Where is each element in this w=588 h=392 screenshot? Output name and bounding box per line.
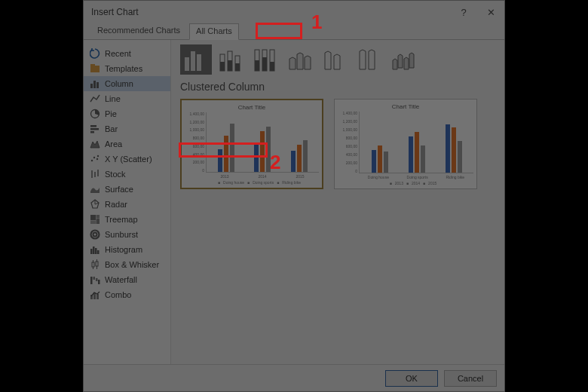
- cancel-button[interactable]: Cancel: [444, 370, 497, 387]
- tab-recommended-charts[interactable]: Recommended Charts: [91, 23, 186, 39]
- side-recent[interactable]: Recent: [84, 46, 170, 61]
- close-button[interactable]: ✕: [477, 1, 504, 23]
- side-label: Treemap: [105, 215, 138, 224]
- svg-rect-0: [90, 66, 100, 72]
- recent-icon: [90, 48, 100, 59]
- preview-2-yaxis: 1,400,001,200,001,000,00800,00600,00400,…: [338, 112, 359, 173]
- svg-rect-27: [93, 247, 95, 254]
- side-pie[interactable]: Pie: [84, 106, 170, 121]
- svg-rect-8: [90, 131, 94, 133]
- tab-strip: Recommended Charts All Charts: [84, 23, 504, 40]
- svg-marker-9: [90, 141, 100, 148]
- svg-point-11: [93, 157, 95, 158]
- preview-1-xaxis: 201320142015: [185, 174, 319, 179]
- tab-all-charts[interactable]: All Charts: [189, 23, 239, 40]
- preview-2-legend: ■ 2013■ 2014■ 2015: [338, 181, 473, 185]
- svg-marker-61: [325, 51, 331, 69]
- titlebar: Insert Chart ? ✕: [84, 1, 504, 23]
- side-combo[interactable]: Combo: [84, 287, 170, 302]
- dialog-footer: OK Cancel: [84, 364, 504, 391]
- svg-rect-20: [90, 215, 96, 220]
- side-label: Recent: [105, 49, 131, 58]
- combo-icon: [90, 289, 100, 300]
- bar-icon: [90, 124, 100, 134]
- side-label: Histogram: [105, 245, 142, 254]
- side-templates[interactable]: Templates: [84, 61, 170, 76]
- svg-rect-2: [90, 84, 93, 88]
- side-label: Sunburst: [105, 230, 138, 239]
- subtype-3d-column[interactable]: [388, 44, 420, 75]
- pie-icon: [90, 109, 100, 119]
- side-sunburst[interactable]: Sunburst: [84, 227, 170, 242]
- side-scatter[interactable]: X Y (Scatter): [84, 152, 170, 167]
- svg-marker-64: [369, 50, 375, 69]
- subtype-100-stacked-column[interactable]: [250, 44, 281, 75]
- side-line[interactable]: Line: [84, 91, 170, 106]
- dialog-title: Insert Chart: [91, 7, 139, 17]
- svg-rect-39: [98, 280, 100, 284]
- box-whisker-icon: [90, 259, 100, 270]
- side-label: Column: [105, 79, 133, 88]
- svg-rect-43: [185, 57, 189, 71]
- side-label: Combo: [105, 290, 131, 299]
- svg-marker-67: [404, 57, 409, 69]
- side-label: Radar: [105, 200, 127, 209]
- svg-marker-59: [297, 53, 303, 69]
- column-subtype-row: [180, 44, 495, 75]
- svg-rect-44: [191, 51, 195, 71]
- area-icon: [90, 139, 100, 149]
- side-label: Surface: [105, 185, 133, 194]
- side-bar[interactable]: Bar: [84, 121, 170, 136]
- preview-2[interactable]: Chart Title 1,400,001,200,001,000,00800,…: [334, 99, 477, 189]
- svg-rect-1: [90, 64, 95, 66]
- subtype-stacked-column[interactable]: [215, 44, 247, 75]
- svg-rect-3: [93, 81, 96, 88]
- preview-2-xaxis: Doing houseDoing sportsRiding bike: [338, 175, 473, 179]
- preview-1[interactable]: Chart Title 1,400,001,200,001,000,00800,…: [180, 99, 323, 189]
- sunburst-icon: [90, 229, 100, 240]
- svg-rect-53: [255, 60, 259, 71]
- section-title: Clustered Column: [180, 81, 495, 93]
- svg-rect-37: [93, 277, 96, 280]
- svg-point-25: [93, 233, 97, 237]
- side-histogram[interactable]: Histogram: [84, 242, 170, 257]
- side-treemap[interactable]: Treemap: [84, 212, 170, 227]
- svg-rect-42: [96, 294, 99, 299]
- templates-icon: [90, 63, 100, 74]
- side-area[interactable]: Area: [84, 136, 170, 152]
- side-waterfall[interactable]: Waterfall: [84, 272, 170, 287]
- radar-icon: [90, 199, 100, 210]
- treemap-icon: [90, 214, 100, 225]
- svg-rect-23: [90, 221, 96, 225]
- side-label: Pie: [105, 109, 117, 118]
- svg-rect-45: [197, 54, 201, 71]
- svg-rect-29: [97, 250, 100, 254]
- subtype-clustered-column[interactable]: [180, 44, 212, 75]
- svg-rect-51: [235, 63, 240, 71]
- svg-marker-63: [360, 50, 366, 69]
- ok-button[interactable]: OK: [385, 370, 438, 387]
- svg-marker-68: [409, 53, 414, 68]
- side-surface[interactable]: Surface: [84, 182, 170, 197]
- svg-rect-6: [90, 125, 96, 127]
- line-icon: [90, 93, 100, 104]
- side-radar[interactable]: Radar: [84, 197, 170, 212]
- subtype-3d-clustered-column[interactable]: [284, 44, 316, 75]
- chart-previews: Chart Title 1,400,001,200,001,000,00800,…: [180, 99, 495, 189]
- side-box-whisker[interactable]: Box & Whisker: [84, 257, 170, 272]
- column-icon: [90, 78, 100, 89]
- side-label: Stock: [105, 170, 126, 179]
- svg-marker-62: [334, 54, 340, 69]
- subtype-3d-100-stacked-column[interactable]: [354, 44, 385, 75]
- svg-point-13: [97, 155, 99, 157]
- svg-marker-58: [289, 57, 296, 69]
- help-button[interactable]: ?: [450, 1, 477, 23]
- svg-rect-21: [96, 215, 100, 218]
- svg-marker-65: [393, 59, 397, 69]
- subtype-3d-stacked-column[interactable]: [319, 44, 351, 75]
- side-column[interactable]: Column: [84, 76, 170, 91]
- side-stock[interactable]: Stock: [84, 167, 170, 182]
- preview-1-yaxis: 1,400,001,200,001,000,00800,00600,00400,…: [185, 112, 206, 173]
- side-label: Line: [105, 94, 121, 103]
- surface-icon: [90, 184, 100, 194]
